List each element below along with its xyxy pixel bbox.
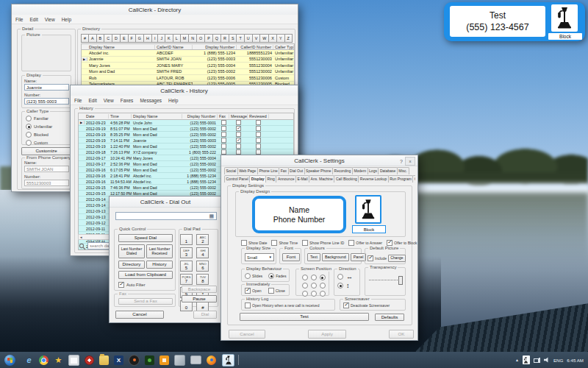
callclerk-taskbar-icon[interactable] (222, 354, 234, 367)
change-button[interactable]: Change (388, 255, 406, 262)
option-checkbox[interactable]: Offer to Block (387, 240, 417, 246)
dialpad-key[interactable]: MNO 6 (196, 261, 209, 272)
option-checkbox[interactable]: Show Time (271, 240, 298, 246)
screen-position-radio[interactable] (320, 291, 326, 297)
cell-reviewed[interactable] (248, 132, 269, 137)
cell-fax[interactable] (218, 144, 229, 149)
cell-reviewed[interactable] (248, 138, 269, 143)
dialpad-key[interactable]: ABC 2 (196, 234, 209, 245)
taskbar-app-icon[interactable] (85, 355, 94, 365)
col-display-name[interactable]: Display Name (87, 45, 155, 49)
close-icon[interactable]: x (405, 157, 415, 166)
reviewed-checkbox[interactable] (256, 144, 261, 149)
settings-tab[interactable]: Logs (368, 167, 379, 174)
settings-tab[interactable]: E-Mail (295, 175, 309, 183)
message-checkbox[interactable] (236, 126, 241, 131)
caller-type-radio[interactable]: Blocked (26, 132, 52, 138)
reviewed-checkbox[interactable] (256, 120, 261, 125)
menu-item[interactable]: Faxes (121, 98, 134, 103)
cell-fax[interactable] (218, 132, 229, 137)
settings-tab[interactable]: Modem (352, 167, 368, 174)
menu-item[interactable]: Edit (88, 98, 96, 103)
cell-reviewed[interactable] (248, 126, 269, 131)
fax-checkbox[interactable] (221, 138, 226, 143)
dialpad-key[interactable]: GHI 4 (196, 247, 209, 258)
reviewed-checkbox[interactable] (256, 132, 261, 137)
dialpad-key[interactable]: JKL 5 (180, 261, 193, 272)
message-checkbox[interactable] (236, 144, 241, 149)
cell-message[interactable] (229, 126, 248, 131)
cell-fax[interactable] (218, 149, 229, 155)
taskbar-app-icon[interactable] (159, 355, 169, 365)
scroll-left-icon[interactable]: ◄ (79, 236, 83, 239)
option-checkbox[interactable]: Show Date (241, 240, 267, 246)
keypad-icon[interactable]: ▦ (209, 213, 214, 219)
col-callerid-number[interactable]: CallerID Number (237, 45, 273, 49)
fax-checkbox[interactable] (221, 126, 226, 131)
directory-button[interactable]: Directory (118, 261, 145, 269)
history-row[interactable]: 2012-09-19 8:35:25 PM Mom and Dad (123) … (79, 132, 293, 138)
settings-tab[interactable]: Announce (276, 175, 296, 183)
directory-row[interactable]: Mary Jones JONES MARY (123) 555-0004 555… (82, 63, 294, 69)
menu-item[interactable]: File (15, 17, 23, 22)
network-icon[interactable] (534, 357, 540, 364)
dialout-titlebar[interactable]: CallClerk - Dial Out (110, 197, 221, 208)
taskbar-app-icon[interactable] (174, 355, 185, 366)
col-callerid-name[interactable]: CallerID Name (155, 45, 193, 49)
taskbar-app-icon[interactable] (207, 355, 216, 365)
settings-titlebar[interactable]: CallClerk - Settings ? x (221, 155, 417, 166)
history-button[interactable]: History (146, 261, 173, 269)
open-checkbox[interactable]: Open (245, 288, 262, 294)
settings-tab[interactable]: Control Panel (224, 175, 250, 183)
history-row[interactable]: 2012-09-19 7:14:11 PM Joannie (123) 555-… (79, 138, 293, 144)
directory-row[interactable]: Abcdef inc. ABCDEF 1 (888) 555-1234 1888… (82, 50, 294, 57)
taskbar-app-icon[interactable] (39, 355, 49, 365)
settings-tab[interactable]: Fax (279, 167, 288, 174)
cell-message[interactable] (229, 120, 248, 125)
history-titlebar[interactable]: CallClerk - History (71, 85, 298, 96)
settings-tab[interactable]: Run Program (388, 175, 414, 183)
taskbar-app-icon[interactable] (24, 355, 34, 365)
deactivate-screensaver-checkbox[interactable]: Deactivate Screensaver (343, 302, 390, 308)
directory-row[interactable]: Rob LATOUR, ROB (123) 555-0006 555123000… (82, 75, 294, 82)
menu-item[interactable]: Edit (29, 17, 37, 22)
history-row[interactable]: 2012-09-19 1:22:40 PM Mom and Dad (123) … (79, 144, 293, 149)
settings-tab[interactable]: Outlook (412, 175, 415, 183)
settings-tab[interactable]: Misc. (397, 167, 409, 174)
direction-radio[interactable]: ↔ (337, 274, 353, 280)
screen-position-radio[interactable] (311, 291, 317, 297)
colour-button[interactable]: Text (307, 253, 320, 261)
menu-item[interactable]: Messages (140, 98, 162, 103)
settings-tab[interactable]: Dial Out (288, 167, 305, 174)
colour-button[interactable]: Background (322, 253, 349, 261)
menu-item[interactable]: View (104, 98, 114, 103)
cell-fax[interactable] (218, 126, 229, 131)
load-from-clipboard-button[interactable]: Load from Clipboard (118, 271, 173, 279)
close-checkbox[interactable]: Close (268, 288, 285, 294)
taskbar-app-icon[interactable] (54, 355, 63, 365)
cell-message[interactable] (229, 149, 248, 155)
auto-filter-checkbox[interactable]: Auto Filter (118, 282, 146, 288)
caller-type-radio[interactable]: Familiar (26, 116, 52, 121)
cell-fax[interactable] (218, 120, 229, 125)
cell-message[interactable] (229, 138, 248, 143)
ok-button[interactable]: OK (389, 330, 414, 339)
col-message[interactable]: Message (229, 114, 248, 118)
tray-callclerk-icon[interactable] (523, 355, 530, 364)
dial-number-input[interactable] (115, 212, 217, 220)
col-time[interactable]: Time (109, 114, 132, 118)
send-a-fax-button[interactable]: Send a Fax (118, 298, 173, 305)
display-name-input[interactable] (24, 84, 69, 91)
history-row[interactable]: ▶ 2012-09-23 4:56:28 PM Uncle John (123)… (79, 120, 293, 126)
taskbar-app-icon[interactable] (145, 355, 154, 365)
history-row[interactable]: 2012-09-19 8:51:07 PM Mom and Dad (123) … (79, 126, 293, 132)
screen-position-radio[interactable] (302, 291, 308, 297)
message-checkbox[interactable] (236, 149, 241, 155)
settings-tab[interactable]: Web Page (237, 167, 258, 174)
message-checkbox[interactable] (236, 138, 241, 143)
col-reviewed[interactable]: Reviewed (248, 114, 269, 118)
alphabet-button[interactable]: Z (284, 34, 293, 43)
dialpad-key[interactable]: DEF 3 (180, 247, 193, 258)
block-button[interactable]: Block (548, 33, 582, 40)
caller-type-radio[interactable]: Unfamiliar (26, 124, 52, 130)
